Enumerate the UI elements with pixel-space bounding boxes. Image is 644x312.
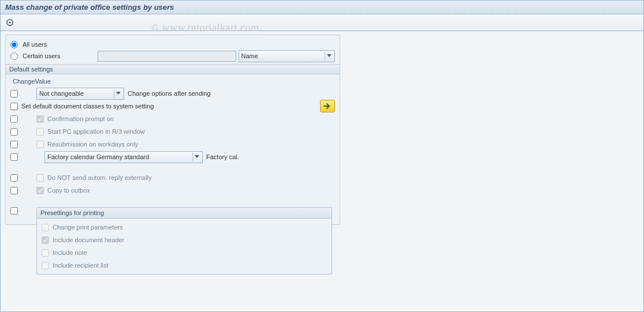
window-title: Mass change of private office settings b…: [1, 1, 643, 14]
change-options-after-sending-label: Change options after sending: [128, 90, 211, 97]
svg-marker-6: [327, 54, 332, 57]
copy-to-outbox-label: Copy to outbox: [47, 187, 90, 194]
svg-point-1: [9, 21, 10, 23]
include-note-label: Include note: [53, 249, 87, 256]
all-users-radio[interactable]: [10, 41, 18, 48]
change-options-enable-checkbox[interactable]: [10, 90, 18, 97]
copy-to-outbox-enable-checkbox[interactable]: [10, 187, 18, 194]
resubmission-checkbox: [36, 141, 44, 148]
chevron-down-icon: [114, 89, 122, 97]
svg-marker-8: [195, 155, 199, 158]
do-not-send-auto-label: Do NOT send autom. reply externally: [47, 174, 152, 181]
certain-users-radio[interactable]: [10, 52, 18, 60]
factory-cal-dropdown-value: Factory calendar Germany standard: [47, 153, 149, 160]
factory-cal-label: Factory cal.: [206, 153, 239, 160]
change-options-dropdown[interactable]: Not changeable: [36, 88, 124, 100]
certain-users-label: Certain users: [23, 52, 95, 59]
name-dropdown-value: Name: [241, 52, 258, 59]
resubmission-label: Resubmission on workdays only: [47, 141, 138, 148]
set-default-doc-classes-label: Set default document classes to system s…: [21, 103, 154, 110]
execute-icon[interactable]: [5, 18, 14, 27]
do-not-send-auto-checkbox: [36, 174, 44, 182]
include-recipient-list-checkbox: [42, 262, 49, 269]
start-pc-app-enable-checkbox[interactable]: [10, 128, 18, 136]
factory-cal-enable-checkbox[interactable]: [10, 153, 18, 161]
set-default-doc-classes-checkbox[interactable]: [10, 103, 18, 110]
copy-to-outbox-checkbox: [36, 187, 44, 194]
confirmation-prompt-label: Confirmation prompt on: [47, 115, 114, 122]
arrow-right-icon: [323, 103, 332, 110]
apply-button[interactable]: [320, 100, 335, 112]
all-users-label: All users: [23, 41, 47, 48]
resubmission-enable-checkbox[interactable]: [10, 141, 18, 148]
start-pc-app-checkbox: [36, 128, 44, 136]
application-toolbar: [1, 14, 643, 31]
chevron-down-icon: [192, 153, 201, 161]
name-dropdown[interactable]: Name: [239, 50, 335, 62]
change-print-params-checkbox: [42, 224, 49, 231]
start-pc-app-label: Start PC application in R/3 window: [47, 128, 145, 135]
chevron-down-icon: [325, 52, 333, 60]
factory-cal-dropdown[interactable]: Factory calendar Germany standard: [44, 151, 203, 163]
include-doc-header-label: Include document header: [53, 236, 124, 243]
confirmation-prompt-checkbox: [36, 115, 44, 123]
include-recipient-list-label: Include recipient list: [53, 262, 109, 269]
do-not-send-auto-enable-checkbox[interactable]: [10, 174, 18, 182]
print-presettings-header: Presettings for printing: [37, 208, 332, 219]
print-presettings-enable-checkbox[interactable]: [10, 207, 18, 215]
include-doc-header-checkbox: [42, 236, 49, 244]
default-settings-group-label: Default settings: [6, 64, 340, 74]
sap-window: Mass change of private office settings b…: [0, 0, 644, 312]
change-value-label: ChangeValue: [10, 77, 335, 87]
print-presettings-group: Presettings for printing Change print pa…: [36, 207, 332, 275]
svg-marker-7: [116, 92, 121, 95]
change-print-params-label: Change print parameters: [53, 224, 123, 231]
confirmation-prompt-enable-checkbox[interactable]: [10, 115, 18, 123]
user-name-input[interactable]: [98, 51, 236, 62]
main-panel: All users Certain users Name Default set…: [5, 35, 340, 225]
include-note-checkbox: [42, 249, 49, 257]
change-options-dropdown-value: Not changeable: [39, 90, 84, 97]
